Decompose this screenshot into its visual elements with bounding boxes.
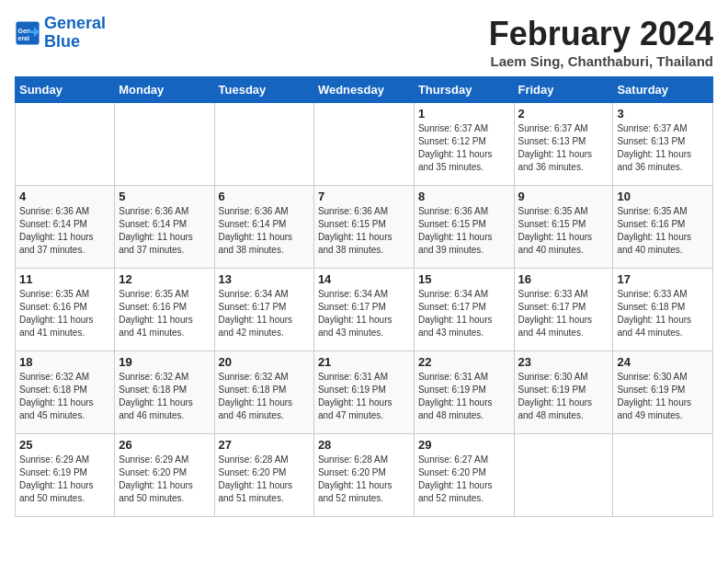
- day-info: Sunrise: 6:34 AM Sunset: 6:17 PM Dayligh…: [219, 288, 310, 339]
- day-number: 21: [318, 355, 410, 369]
- header-thursday: Thursday: [414, 77, 514, 103]
- calendar-cell: 25Sunrise: 6:29 AM Sunset: 6:19 PM Dayli…: [16, 434, 115, 517]
- day-number: 7: [318, 190, 410, 203]
- calendar-week-1: 1Sunrise: 6:37 AM Sunset: 6:12 PM Daylig…: [16, 103, 713, 186]
- day-number: 17: [617, 272, 709, 286]
- header-saturday: Saturday: [613, 77, 713, 103]
- svg-text:eral: eral: [18, 35, 30, 41]
- calendar-cell: 6Sunrise: 6:36 AM Sunset: 6:14 PM Daylig…: [214, 186, 313, 269]
- calendar-cell: 27Sunrise: 6:28 AM Sunset: 6:20 PM Dayli…: [214, 434, 313, 517]
- page-title: February 2024: [489, 15, 713, 53]
- day-info: Sunrise: 6:32 AM Sunset: 6:18 PM Dayligh…: [19, 371, 110, 422]
- calendar-week-2: 4Sunrise: 6:36 AM Sunset: 6:14 PM Daylig…: [16, 186, 713, 269]
- day-info: Sunrise: 6:33 AM Sunset: 6:18 PM Dayligh…: [617, 288, 709, 339]
- day-info: Sunrise: 6:31 AM Sunset: 6:19 PM Dayligh…: [318, 371, 410, 422]
- day-info: Sunrise: 6:35 AM Sunset: 6:15 PM Dayligh…: [518, 205, 609, 257]
- calendar-cell: 24Sunrise: 6:30 AM Sunset: 6:19 PM Dayli…: [613, 351, 713, 434]
- day-number: 5: [119, 190, 210, 203]
- day-number: 23: [518, 355, 609, 369]
- calendar-cell: [214, 103, 313, 186]
- day-number: 11: [19, 272, 110, 286]
- calendar-cell: 21Sunrise: 6:31 AM Sunset: 6:19 PM Dayli…: [313, 351, 414, 434]
- calendar-cell: 18Sunrise: 6:32 AM Sunset: 6:18 PM Dayli…: [16, 351, 115, 434]
- day-number: 10: [617, 190, 709, 203]
- calendar-cell: 9Sunrise: 6:35 AM Sunset: 6:15 PM Daylig…: [514, 186, 613, 269]
- calendar-cell: 15Sunrise: 6:34 AM Sunset: 6:17 PM Dayli…: [414, 269, 514, 351]
- day-number: 20: [219, 355, 310, 369]
- logo: Gen eral General Blue: [15, 15, 106, 52]
- calendar-cell: 16Sunrise: 6:33 AM Sunset: 6:17 PM Dayli…: [514, 269, 613, 351]
- calendar-cell: 19Sunrise: 6:32 AM Sunset: 6:18 PM Dayli…: [115, 351, 214, 434]
- day-info: Sunrise: 6:34 AM Sunset: 6:17 PM Dayligh…: [418, 288, 510, 339]
- header-tuesday: Tuesday: [214, 77, 313, 103]
- calendar-cell: 7Sunrise: 6:36 AM Sunset: 6:15 PM Daylig…: [313, 186, 414, 269]
- day-info: Sunrise: 6:28 AM Sunset: 6:20 PM Dayligh…: [318, 454, 410, 505]
- calendar-cell: 3Sunrise: 6:37 AM Sunset: 6:13 PM Daylig…: [613, 103, 713, 186]
- day-info: Sunrise: 6:37 AM Sunset: 6:13 PM Dayligh…: [617, 122, 709, 174]
- calendar-cell: 4Sunrise: 6:36 AM Sunset: 6:14 PM Daylig…: [16, 186, 115, 269]
- day-info: Sunrise: 6:36 AM Sunset: 6:14 PM Dayligh…: [119, 205, 210, 257]
- header-sunday: Sunday: [16, 77, 115, 103]
- day-info: Sunrise: 6:35 AM Sunset: 6:16 PM Dayligh…: [617, 205, 709, 257]
- day-info: Sunrise: 6:36 AM Sunset: 6:14 PM Dayligh…: [19, 205, 110, 257]
- day-number: 14: [318, 272, 410, 286]
- day-info: Sunrise: 6:32 AM Sunset: 6:18 PM Dayligh…: [219, 371, 310, 422]
- calendar-cell: 14Sunrise: 6:34 AM Sunset: 6:17 PM Dayli…: [313, 269, 414, 351]
- calendar-cell: 12Sunrise: 6:35 AM Sunset: 6:16 PM Dayli…: [115, 269, 214, 351]
- day-number: 1: [418, 107, 510, 121]
- day-info: Sunrise: 6:27 AM Sunset: 6:20 PM Dayligh…: [418, 454, 510, 505]
- day-info: Sunrise: 6:29 AM Sunset: 6:19 PM Dayligh…: [19, 454, 110, 505]
- day-number: 13: [219, 272, 310, 286]
- calendar-table: SundayMondayTuesdayWednesdayThursdayFrid…: [15, 76, 713, 517]
- day-info: Sunrise: 6:29 AM Sunset: 6:20 PM Dayligh…: [119, 454, 210, 505]
- day-info: Sunrise: 6:33 AM Sunset: 6:17 PM Dayligh…: [518, 288, 609, 339]
- day-number: 29: [418, 438, 510, 452]
- day-info: Sunrise: 6:36 AM Sunset: 6:15 PM Dayligh…: [418, 205, 510, 257]
- svg-text:Gen: Gen: [18, 28, 31, 34]
- day-number: 8: [418, 190, 510, 203]
- logo-icon: Gen eral: [15, 20, 40, 46]
- day-number: 18: [19, 355, 110, 369]
- day-number: 4: [19, 190, 110, 203]
- title-area: February 2024 Laem Sing, Chanthaburi, Th…: [489, 15, 713, 69]
- calendar-cell: 11Sunrise: 6:35 AM Sunset: 6:16 PM Dayli…: [16, 269, 115, 351]
- day-info: Sunrise: 6:36 AM Sunset: 6:15 PM Dayligh…: [318, 205, 410, 257]
- day-number: 27: [219, 438, 310, 452]
- day-number: 9: [518, 190, 609, 203]
- day-number: 3: [617, 107, 709, 121]
- calendar-cell: 2Sunrise: 6:37 AM Sunset: 6:13 PM Daylig…: [514, 103, 613, 186]
- day-info: Sunrise: 6:30 AM Sunset: 6:19 PM Dayligh…: [617, 371, 709, 422]
- calendar-cell: 28Sunrise: 6:28 AM Sunset: 6:20 PM Dayli…: [313, 434, 414, 517]
- day-number: 12: [119, 272, 210, 286]
- page-subtitle: Laem Sing, Chanthaburi, Thailand: [489, 53, 713, 69]
- day-info: Sunrise: 6:35 AM Sunset: 6:16 PM Dayligh…: [119, 288, 210, 339]
- header-friday: Friday: [514, 77, 613, 103]
- calendar-cell: 10Sunrise: 6:35 AM Sunset: 6:16 PM Dayli…: [613, 186, 713, 269]
- calendar-cell: 13Sunrise: 6:34 AM Sunset: 6:17 PM Dayli…: [214, 269, 313, 351]
- day-number: 25: [19, 438, 110, 452]
- calendar-cell: 23Sunrise: 6:30 AM Sunset: 6:19 PM Dayli…: [514, 351, 613, 434]
- calendar-week-4: 18Sunrise: 6:32 AM Sunset: 6:18 PM Dayli…: [16, 351, 713, 434]
- calendar-cell: [613, 434, 713, 517]
- day-info: Sunrise: 6:28 AM Sunset: 6:20 PM Dayligh…: [219, 454, 310, 505]
- logo-line2: Blue: [44, 32, 80, 51]
- calendar-week-5: 25Sunrise: 6:29 AM Sunset: 6:19 PM Dayli…: [16, 434, 713, 517]
- day-info: Sunrise: 6:32 AM Sunset: 6:18 PM Dayligh…: [119, 371, 210, 422]
- day-info: Sunrise: 6:37 AM Sunset: 6:12 PM Dayligh…: [418, 122, 510, 174]
- calendar-cell: 1Sunrise: 6:37 AM Sunset: 6:12 PM Daylig…: [414, 103, 514, 186]
- day-info: Sunrise: 6:30 AM Sunset: 6:19 PM Dayligh…: [518, 371, 609, 422]
- day-number: 16: [518, 272, 609, 286]
- calendar-cell: [16, 103, 115, 186]
- day-number: 19: [119, 355, 210, 369]
- calendar-cell: 8Sunrise: 6:36 AM Sunset: 6:15 PM Daylig…: [414, 186, 514, 269]
- day-info: Sunrise: 6:31 AM Sunset: 6:19 PM Dayligh…: [418, 371, 510, 422]
- day-info: Sunrise: 6:37 AM Sunset: 6:13 PM Dayligh…: [518, 122, 609, 174]
- calendar-cell: [514, 434, 613, 517]
- calendar-cell: 29Sunrise: 6:27 AM Sunset: 6:20 PM Dayli…: [414, 434, 514, 517]
- calendar-week-3: 11Sunrise: 6:35 AM Sunset: 6:16 PM Dayli…: [16, 269, 713, 351]
- logo-text: General Blue: [44, 15, 106, 52]
- calendar-cell: [115, 103, 214, 186]
- header: Gen eral General Blue February 2024 Laem…: [15, 15, 713, 69]
- day-number: 28: [318, 438, 410, 452]
- calendar-cell: 5Sunrise: 6:36 AM Sunset: 6:14 PM Daylig…: [115, 186, 214, 269]
